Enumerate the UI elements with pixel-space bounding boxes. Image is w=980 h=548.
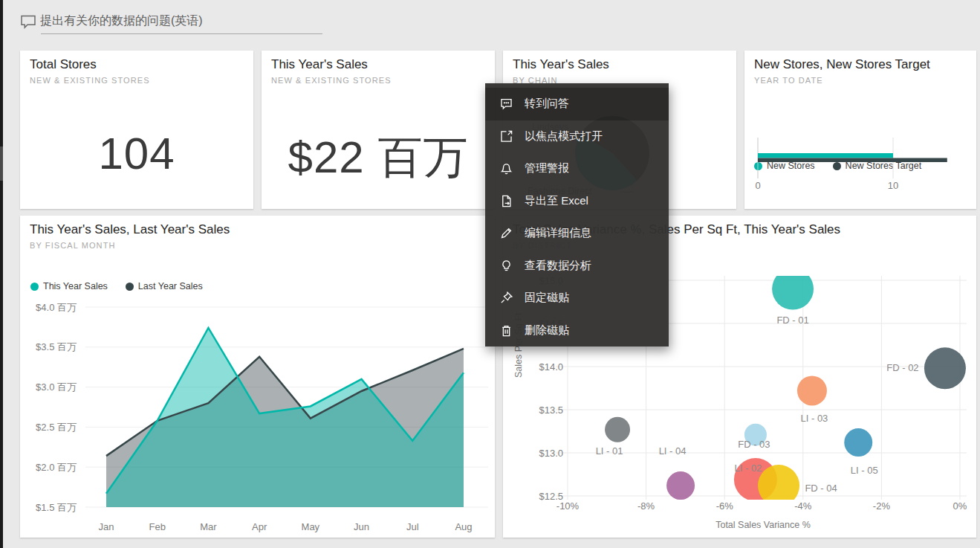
svg-text:Feb: Feb	[149, 521, 166, 532]
svg-text:$12.5: $12.5	[539, 491, 563, 502]
svg-text:Jun: Jun	[354, 521, 369, 532]
scrollbar-thumb[interactable]	[0, 146, 3, 181]
svg-text:$2.0 百万: $2.0 百万	[36, 462, 77, 473]
menu-item-8[interactable]: 删除磁贴	[485, 315, 669, 347]
svg-text:$1.5 百万: $1.5 百万	[36, 502, 77, 513]
svg-text:$3.0 百万: $3.0 百万	[36, 381, 77, 393]
svg-text:Aug: Aug	[455, 521, 472, 532]
bubble-FD-04	[758, 465, 799, 506]
svg-text:$14.0: $14.0	[539, 361, 563, 373]
menu-item-4[interactable]: 导出至 Excel	[485, 185, 669, 218]
tile-title: Total Stores	[30, 57, 97, 72]
menu-item-7[interactable]: 固定磁贴	[485, 282, 669, 315]
menu-item-3[interactable]: 管理警报	[485, 152, 669, 185]
edit-icon	[499, 226, 514, 241]
menu-item-label: 删除磁贴	[525, 323, 569, 338]
bubble-label: LI - 02	[734, 462, 762, 474]
kpi-value: 104	[20, 128, 253, 179]
svg-text:0%: 0%	[953, 500, 967, 512]
menu-item-label: 导出至 Excel	[525, 194, 588, 208]
qna-underline	[41, 33, 322, 34]
bubble-label: FD - 01	[776, 315, 808, 326]
menu-item-2[interactable]: 以焦点模式打开	[485, 120, 669, 153]
svg-text:May: May	[302, 521, 320, 532]
svg-text:$13.5: $13.5	[539, 404, 563, 416]
tile-context-menu: 转到问答以焦点模式打开管理警报导出至 Excel编辑详细信息查看数据分析固定磁贴…	[485, 83, 669, 346]
pin-icon	[499, 291, 514, 306]
svg-text:Jan: Jan	[99, 521, 114, 532]
qna-icon	[499, 97, 514, 112]
kpi-value: $22 百万	[262, 128, 495, 188]
bar-new-stores	[758, 153, 893, 158]
area-chart: $4.0 百万$3.5 百万$3.0 百万$2.5 百万$2.0 百万$1.5 …	[20, 216, 495, 538]
svg-text:$3.5 百万: $3.5 百万	[36, 341, 77, 352]
bubble-label: LI - 01	[596, 445, 623, 457]
export-excel-icon	[499, 193, 514, 208]
bubble-FD-02	[924, 347, 966, 389]
tile-subtitle: NEW & EXISTING STORES	[271, 76, 392, 85]
menu-item-label: 管理警报	[525, 161, 569, 175]
qna-input[interactable]: 提出有关你的数据的问题(英语)	[40, 13, 203, 29]
alert-icon	[499, 161, 514, 176]
bubble-LI-03	[797, 375, 827, 405]
delete-icon	[499, 323, 514, 338]
qna-bubble-icon	[20, 15, 36, 29]
tile-subtitle: NEW & EXISTING STORES	[30, 76, 150, 85]
bubble-label: LI - 03	[801, 413, 828, 424]
menu-item-label: 查看数据分析	[525, 259, 591, 273]
menu-item-label: 转到问答	[525, 97, 569, 111]
bubble-FD-01	[772, 268, 814, 310]
bubble-LI-01	[605, 417, 630, 442]
insights-icon	[499, 258, 514, 273]
bubble-label: LI - 05	[851, 465, 878, 476]
bubble-LI-04	[666, 471, 695, 500]
menu-item-label: 编辑详细信息	[525, 226, 591, 240]
tile-new-stores[interactable]: New Stores, New Stores Target YEAR TO DA…	[744, 51, 976, 209]
bubble-label: LI - 04	[659, 445, 687, 457]
menu-item-6[interactable]: 查看数据分析	[485, 250, 669, 283]
svg-text:-8%: -8%	[637, 500, 655, 512]
menu-item-1[interactable]: 转到问答	[485, 88, 669, 120]
tile-sales-by-month[interactable]: This Year's Sales, Last Year's Sales BY …	[20, 216, 495, 538]
svg-text:-2%: -2%	[873, 500, 891, 512]
bubble-label: FD - 03	[738, 439, 770, 450]
svg-text:Jul: Jul	[406, 521, 419, 532]
svg-text:10: 10	[888, 180, 898, 191]
svg-text:$13.0: $13.0	[539, 448, 563, 459]
focus-mode-icon	[499, 129, 514, 144]
tile-total-stores[interactable]: Total Stores NEW & EXISTING STORES 104	[20, 51, 253, 209]
tile-title: This Year's Sales	[271, 57, 368, 72]
svg-text:-4%: -4%	[794, 500, 812, 512]
bubble-label: FD - 04	[805, 483, 837, 494]
svg-text:$4.0 百万: $4.0 百万	[36, 302, 77, 313]
svg-text:$2.5 百万: $2.5 百万	[36, 422, 77, 433]
bar-new-stores-target	[758, 158, 947, 163]
tile-this-year-sales[interactable]: This Year's Sales NEW & EXISTING STORES …	[262, 51, 495, 209]
svg-text:Apr: Apr	[252, 521, 267, 532]
svg-text:-6%: -6%	[716, 500, 734, 512]
bubble-label: FD - 02	[886, 362, 918, 373]
svg-text:-10%: -10%	[556, 500, 580, 512]
left-scrollbar[interactable]	[0, 0, 3, 548]
bar-chart: 010	[744, 51, 976, 209]
svg-text:Mar: Mar	[200, 521, 217, 532]
dashboard: 提出有关你的数据的问题(英语) Total Stores NEW & EXIST…	[0, 0, 980, 548]
menu-item-5[interactable]: 编辑详细信息	[485, 217, 669, 250]
svg-text:0: 0	[755, 180, 760, 191]
menu-item-label: 固定磁贴	[525, 291, 569, 305]
menu-item-label: 以焦点模式打开	[525, 129, 603, 144]
bubble-LI-05	[844, 428, 872, 457]
